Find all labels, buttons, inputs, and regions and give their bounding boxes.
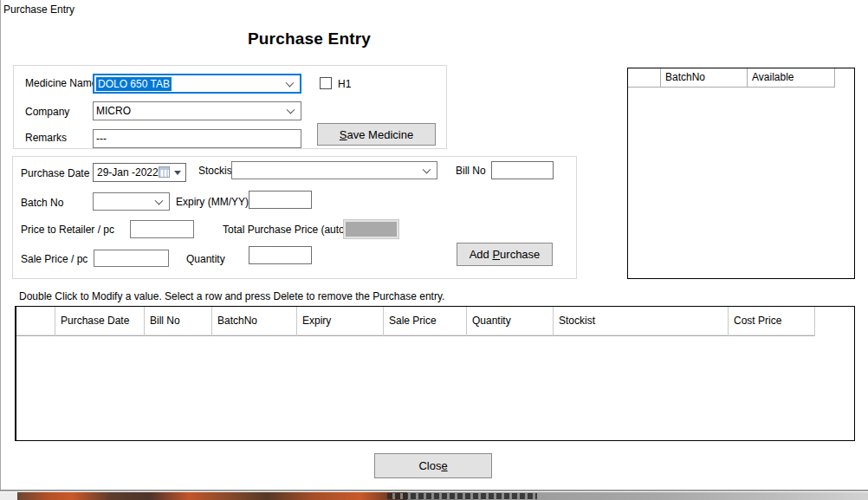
price-to-retailer-input[interactable] xyxy=(130,220,194,238)
batch-grid-header-row: BatchNo Available xyxy=(628,68,854,88)
total-purchase-price-label: Total Purchase Price (auto) xyxy=(223,224,348,236)
chevron-down-icon xyxy=(286,78,295,87)
close-button[interactable]: Close xyxy=(374,453,492,478)
form-bottom-border xyxy=(0,490,868,491)
quantity-label: Quantity xyxy=(186,253,225,265)
purchase-entries-grid[interactable]: Purchase Date Bill No BatchNo Expiry Sal… xyxy=(15,306,855,441)
purchase-grid-column-sale-price: Sale Price xyxy=(384,307,467,336)
company-label: Company xyxy=(25,106,69,118)
sale-price-input[interactable] xyxy=(94,250,169,267)
purchase-grid-column-quantity: Quantity xyxy=(467,307,554,336)
stockist-combobox[interactable] xyxy=(231,161,437,179)
chevron-down-icon xyxy=(155,196,164,205)
h1-checkbox[interactable] xyxy=(320,77,332,89)
purchase-date-value: 29-Jan -2022 xyxy=(97,166,159,179)
save-medicine-label-rest: ave Medicine xyxy=(347,128,414,141)
price-to-retailer-label: Price to Retailer / pc xyxy=(21,224,114,236)
remarks-input[interactable]: --- xyxy=(93,129,301,148)
batch-grid-column-available: Available xyxy=(748,68,835,88)
medicine-name-label: Medicine Name xyxy=(25,77,97,89)
add-purchase-button[interactable]: Add Purchase xyxy=(457,243,553,266)
bill-no-label: Bill No xyxy=(456,165,486,177)
background-window-sliver xyxy=(0,492,868,500)
batch-grid-row-header-column xyxy=(628,68,661,88)
purchase-grid-column-batchno: BatchNo xyxy=(212,307,297,336)
purchase-grid-row-header-column xyxy=(16,307,55,336)
purchase-grid-header-row: Purchase Date Bill No BatchNo Expiry Sal… xyxy=(16,307,854,336)
batch-no-combobox[interactable] xyxy=(93,192,170,211)
remarks-label: Remarks xyxy=(25,132,67,144)
calendar-icon xyxy=(159,166,170,178)
total-purchase-price-readonly-box xyxy=(344,220,398,238)
expiry-input[interactable] xyxy=(249,191,312,209)
medicine-name-selected-value: DOLO 650 TAB xyxy=(96,77,172,91)
add-purchase-label-pre: Add xyxy=(470,248,493,261)
bill-no-input[interactable] xyxy=(491,161,554,179)
purchase-grid-column-expiry: Expiry xyxy=(297,307,384,336)
add-purchase-label-rest: urchase xyxy=(500,248,540,261)
window-left-border xyxy=(0,0,1,490)
purchase-grid-column-bill-no: Bill No xyxy=(145,307,212,336)
expiry-label: Expiry (MM/YY) xyxy=(176,196,249,208)
purchase-grid-column-stockist: Stockist xyxy=(554,307,729,336)
save-medicine-mnemonic: S xyxy=(340,128,347,141)
save-medicine-button[interactable]: Save Medicine xyxy=(317,123,436,146)
close-label-pre: Clos xyxy=(418,459,441,472)
purchase-date-picker[interactable]: 29-Jan -2022 xyxy=(93,163,186,182)
batch-availability-grid[interactable]: BatchNo Available xyxy=(627,68,855,279)
stockist-label: Stockist xyxy=(198,165,235,177)
close-mnemonic: e xyxy=(441,459,447,472)
remarks-value: --- xyxy=(96,133,107,145)
quantity-input[interactable] xyxy=(249,246,312,264)
batch-grid-column-batchno: BatchNo xyxy=(661,68,748,88)
purchase-date-label: Purchase Date xyxy=(21,167,89,179)
window-title: Purchase Entry xyxy=(3,3,74,16)
add-purchase-mnemonic: P xyxy=(492,248,500,261)
background-window-cutoff-text xyxy=(387,493,537,499)
purchase-grid-column-cost-price: Cost Price xyxy=(729,307,815,336)
background-window-sliver-left xyxy=(17,492,407,500)
chevron-down-icon xyxy=(423,165,431,173)
page-title: Purchase Entry xyxy=(136,29,483,49)
company-selected-value: MICRO xyxy=(96,105,131,117)
medicine-name-combobox[interactable]: DOLO 650 TAB xyxy=(93,74,301,94)
grid-instruction-text: Double Click to Modify a value. Select a… xyxy=(19,290,444,302)
chevron-down-icon xyxy=(287,106,295,114)
purchase-grid-column-purchase-date: Purchase Date xyxy=(55,307,145,336)
datepicker-dropdown-arrow-icon[interactable] xyxy=(174,171,181,175)
sale-price-label: Sale Price / pc xyxy=(21,253,87,265)
h1-checkbox-label: H1 xyxy=(338,78,351,90)
batch-no-label: Batch No xyxy=(21,197,63,209)
company-combobox[interactable]: MICRO xyxy=(93,101,301,120)
